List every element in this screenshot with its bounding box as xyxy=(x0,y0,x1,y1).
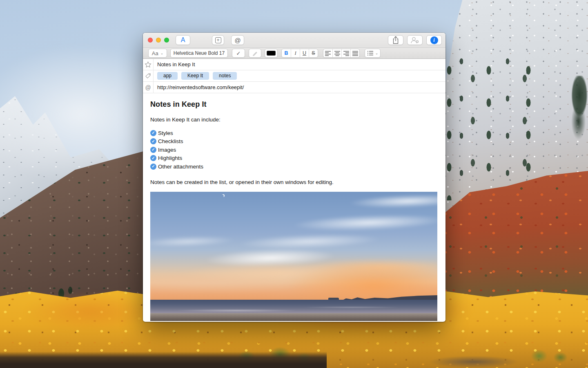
new-note-button[interactable]: + xyxy=(212,35,224,45)
checklist-item-label: Styles xyxy=(158,130,173,136)
color-swatch-black xyxy=(267,51,276,56)
checklist-toggle-button[interactable]: ✓ xyxy=(232,49,245,58)
wallpaper-ground-patch xyxy=(429,356,519,368)
checked-checkbox-icon[interactable] xyxy=(150,147,156,153)
note-editor-body[interactable]: Notes in Keep It Notes in Keep It can in… xyxy=(143,93,445,321)
checklist-item-label: Images xyxy=(158,147,176,153)
italic-button[interactable]: I xyxy=(291,49,300,57)
wallpaper-dark-ground xyxy=(0,352,327,368)
checklist-item-label: Checklists xyxy=(158,138,183,144)
photo-beach xyxy=(150,313,437,321)
tag-pill[interactable]: Keep It xyxy=(181,72,209,80)
note-title-row: Notes in Keep It xyxy=(143,59,445,70)
format-bar: Aa ⌄ Helvetica Neue Bold 17 ✓ B I U S xyxy=(143,48,445,59)
window-titlebar[interactable]: A + @ xyxy=(143,33,445,48)
add-note-icon: + xyxy=(215,37,221,43)
add-link-button[interactable]: @ xyxy=(231,35,244,45)
checklist-item: Styles xyxy=(150,129,437,137)
add-person-button[interactable] xyxy=(407,35,423,45)
format-a-icon: A xyxy=(181,36,185,44)
tag-pill[interactable]: notes xyxy=(213,72,237,80)
wallpaper-conifers xyxy=(440,57,546,200)
list-icon xyxy=(367,51,374,56)
photo-moon xyxy=(222,194,225,197)
align-center-icon xyxy=(334,51,341,56)
align-left-icon xyxy=(325,51,331,56)
note-url-field[interactable]: http://reinventedsoftware.com/keepit/ xyxy=(157,84,244,90)
note-url-row: @ http://reinventedsoftware.com/keepit/ xyxy=(143,82,445,93)
chevron-down-icon: ⌄ xyxy=(375,52,379,55)
checked-checkbox-icon[interactable] xyxy=(150,130,156,136)
align-right-icon xyxy=(343,51,350,56)
marker-pen-icon xyxy=(252,50,258,56)
keep-it-note-editor-window: A + @ xyxy=(143,33,445,322)
at-icon: @ xyxy=(143,82,154,93)
note-outro-text: Notes can be created in the list, or ope… xyxy=(150,179,437,185)
tag-icon[interactable] xyxy=(143,70,154,81)
toolbar-right-group: i xyxy=(388,35,442,45)
minimize-window-button[interactable] xyxy=(156,38,161,43)
fullscreen-window-button[interactable] xyxy=(164,38,169,43)
checklist-item: Images xyxy=(150,146,437,154)
checklist-item: Other attachments xyxy=(150,162,437,171)
checklist-item-label: Highlights xyxy=(158,155,182,161)
share-button[interactable] xyxy=(388,35,403,45)
alignment-segment xyxy=(323,49,360,58)
checked-checkbox-icon[interactable] xyxy=(150,164,156,170)
checklist-item: Checklists xyxy=(150,137,437,146)
at-icon: @ xyxy=(234,37,241,44)
star-icon[interactable] xyxy=(143,59,154,70)
text-color-well[interactable] xyxy=(265,49,278,58)
font-name-button[interactable]: Helvetica Neue Bold 17 xyxy=(170,49,228,58)
align-justify-icon xyxy=(352,51,359,56)
note-intro-text: Notes in Keep It can include: xyxy=(150,117,437,123)
share-icon xyxy=(392,36,399,44)
window-controls xyxy=(148,38,169,43)
info-icon: i xyxy=(430,36,438,44)
close-window-button[interactable] xyxy=(148,38,153,43)
paragraph-styles-button[interactable]: Aa ⌄ xyxy=(148,49,167,58)
wallpaper-orange-foliage-left xyxy=(24,292,155,331)
checked-checkbox-icon[interactable] xyxy=(150,138,156,144)
note-checklist: Styles Checklists Images Highlig xyxy=(150,129,437,171)
note-tags-row: appKeep Itnotes xyxy=(143,70,445,82)
checklist-item: Highlights xyxy=(150,154,437,163)
align-center-button[interactable] xyxy=(332,49,341,57)
text-style-segment: B I U S xyxy=(281,49,318,58)
wallpaper-green-bushes-right xyxy=(521,341,574,368)
strikethrough-button[interactable]: S xyxy=(309,49,318,57)
desktop: A + @ xyxy=(0,0,588,368)
sunset-beach-photo-attachment[interactable] xyxy=(150,192,437,321)
align-right-button[interactable] xyxy=(341,49,350,57)
styles-aa-label: Aa xyxy=(152,50,158,56)
list-style-button[interactable]: ⌄ xyxy=(365,49,381,58)
photo-sea xyxy=(150,300,437,314)
info-button[interactable]: i xyxy=(426,35,442,45)
underline-button[interactable]: U xyxy=(300,49,309,57)
note-title-field[interactable]: Notes in Keep It xyxy=(157,61,195,67)
highlight-marker-button[interactable] xyxy=(249,49,261,58)
checked-checkbox-icon[interactable] xyxy=(150,155,156,161)
chevron-down-icon: ⌄ xyxy=(160,52,164,55)
bold-button[interactable]: B xyxy=(282,49,291,57)
fonts-panel-button[interactable]: A xyxy=(176,35,190,45)
align-left-button[interactable] xyxy=(323,49,332,57)
align-justify-button[interactable] xyxy=(350,49,359,57)
add-person-icon xyxy=(410,36,419,44)
wallpaper-conifer-tree xyxy=(570,76,588,141)
tag-list: appKeep Itnotes xyxy=(157,72,237,80)
note-heading: Notes in Keep It xyxy=(150,100,437,109)
tag-pill[interactable]: app xyxy=(157,72,178,80)
checklist-item-label: Other attachments xyxy=(158,164,203,170)
